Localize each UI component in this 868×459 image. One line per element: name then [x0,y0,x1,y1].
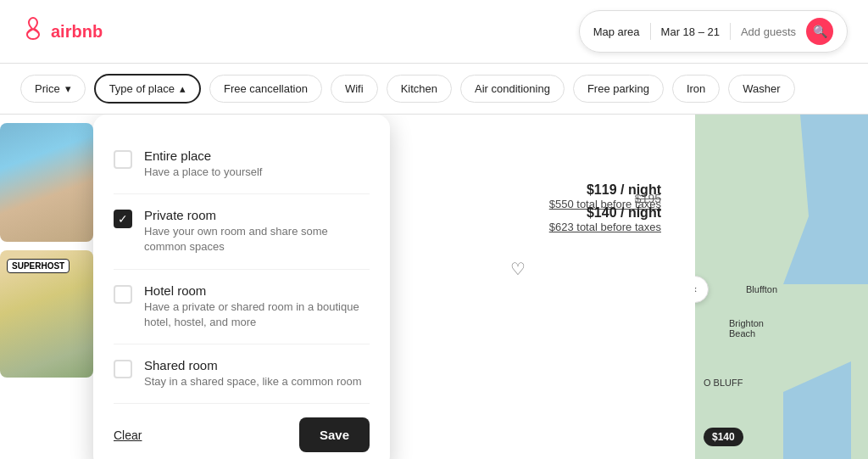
filter-ac-label: Air conditioning [475,82,550,95]
logo-text: airbnb [51,22,103,42]
filter-washer[interactable]: Washer [728,75,794,103]
filter-price-label: Price [35,82,60,95]
checkbox-private-room[interactable]: ✓ [114,210,132,228]
option-entire-place: Entire place Have a place to yourself [114,135,370,194]
option-shared-room-label: Shared room [144,358,362,372]
favorite-icon[interactable]: ♡ [510,259,526,279]
map-water-area [783,115,868,284]
dropdown-footer: Clear Save [114,417,370,452]
type-of-place-dropdown: Entire place Have a place to yourself ✓ … [93,115,390,459]
filter-bar: Price ▾ Type of place ▴ Free cancellatio… [0,64,868,115]
option-private-room-label: Private room [144,208,370,222]
search-divider-2 [730,23,731,40]
filter-iron[interactable]: Iron [672,75,720,103]
header: airbnb Map area Mar 18 – 21 Add guests 🔍 [0,0,868,64]
search-icon: 🔍 [813,25,827,38]
filter-kitchen-label: Kitchen [401,82,437,95]
listings-panel: · 4 beds · 2 baths ree parking $119 / ni… [0,115,695,459]
option-shared-room: Shared room Stay in a shared space, like… [114,344,370,404]
map-collapse-button[interactable]: ‹ [695,276,709,303]
chevron-down-icon: ▾ [65,82,71,95]
filter-air-conditioning[interactable]: Air conditioning [460,75,565,103]
option-entire-place-label: Entire place [144,148,262,163]
main-content: · 4 beds · 2 baths ree parking $119 / ni… [0,115,868,459]
option-hotel-room: Hotel room Have a private or shared room… [114,270,370,344]
checkbox-shared-room[interactable] [114,360,132,378]
filter-type-label: Type of place [109,82,175,95]
listing-bottom-total: $623 total before taxes [549,221,661,233]
map-label-obluff: O BLUFF [704,378,743,388]
search-dates[interactable]: Mar 18 – 21 [661,25,720,38]
listing-image-bottom: SUPERHOST [0,250,93,378]
checkbox-hotel-room[interactable] [114,285,132,304]
map-panel: Bluffton BrightonBeach O BLUFF ‹ $140 [695,115,868,459]
map-label-brighton: BrightonBeach [729,318,764,339]
filter-free-parking[interactable]: Free parking [573,75,664,103]
map-background: Bluffton BrightonBeach O BLUFF ‹ $140 [695,115,868,459]
option-hotel-room-label: Hotel room [144,283,370,298]
option-shared-room-text: Shared room Stay in a shared space, like… [144,358,362,389]
option-private-room-desc: Have your own room and share some common… [144,224,370,255]
filter-kitchen[interactable]: Kitchen [387,75,452,103]
option-shared-room-desc: Stay in a shared space, like a common ro… [144,374,362,389]
filter-washer-label: Washer [743,82,780,95]
option-private-room-text: Private room Have your own room and shar… [144,208,370,255]
filter-cancellation[interactable]: Free cancellation [209,75,322,103]
option-entire-place-desc: Have a place to yourself [144,165,262,180]
option-private-room: ✓ Private room Have your own room and sh… [114,194,370,269]
search-button[interactable]: 🔍 [806,18,833,45]
clear-button[interactable]: Clear [114,428,142,442]
listing-image-top [0,123,93,242]
option-hotel-room-desc: Have a private or shared room in a bouti… [144,299,370,330]
filter-wifi[interactable]: Wifi [331,75,378,103]
filter-price[interactable]: Price ▾ [20,75,86,103]
search-location[interactable]: Map area [593,25,640,38]
listing-bottom-original-price: $195 [549,192,661,205]
search-guests[interactable]: Add guests [741,25,796,38]
search-divider-1 [650,23,651,40]
filter-wifi-label: Wifi [345,82,364,95]
filter-iron-label: Iron [687,82,705,95]
map-price-bubble[interactable]: $140 [704,428,743,446]
search-bar[interactable]: Map area Mar 18 – 21 Add guests 🔍 [579,10,848,53]
chevron-up-icon: ▴ [180,82,186,95]
option-entire-place-text: Entire place Have a place to yourself [144,148,262,180]
map-label-bluffton: Bluffton [746,284,777,294]
airbnb-logo-icon [20,15,46,48]
superhost-badge: SUPERHOST [7,259,70,273]
listing-bottom-discounted-price: $140 / night [549,205,661,221]
filter-type-of-place[interactable]: Type of place ▴ [94,74,201,104]
listing-bottom-price-block: $195 $140 / night $623 total before taxe… [549,192,661,233]
map-water-area-2 [783,361,851,459]
save-button[interactable]: Save [299,417,370,452]
filter-parking-label: Free parking [587,82,649,95]
logo[interactable]: airbnb [20,15,103,48]
option-hotel-room-text: Hotel room Have a private or shared room… [144,283,370,330]
filter-cancellation-label: Free cancellation [224,82,308,95]
checkbox-entire-place[interactable] [114,150,132,169]
